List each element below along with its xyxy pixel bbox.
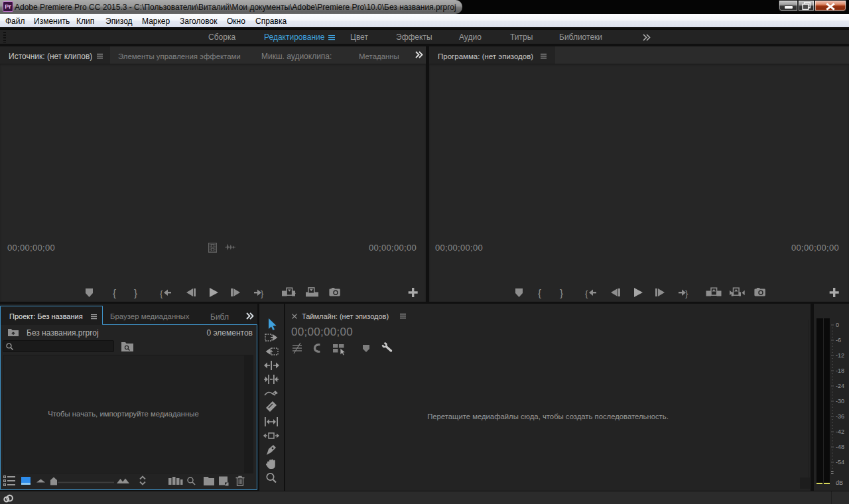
- svg-text:{: {: [585, 288, 588, 298]
- svg-text:}: }: [560, 287, 563, 298]
- svg-text:-24: -24: [836, 383, 844, 389]
- svg-text:}: }: [685, 288, 688, 298]
- svg-text:-18: -18: [836, 367, 844, 374]
- svg-text:-42: -42: [836, 428, 844, 435]
- svg-text:-36: -36: [836, 413, 844, 420]
- svg-text:-48: -48: [836, 444, 844, 450]
- svg-text:{: {: [113, 287, 116, 298]
- svg-text:dB: dB: [836, 479, 843, 485]
- svg-text:-30: -30: [836, 398, 844, 405]
- svg-text:}: }: [261, 288, 264, 298]
- svg-text:-6: -6: [836, 337, 841, 344]
- svg-text:-12: -12: [836, 352, 844, 359]
- svg-text:-54: -54: [836, 459, 844, 466]
- svg-text:}: }: [134, 287, 137, 298]
- svg-text:0: 0: [836, 322, 839, 328]
- svg-text:{: {: [538, 287, 541, 298]
- svg-text:{: {: [160, 288, 163, 298]
